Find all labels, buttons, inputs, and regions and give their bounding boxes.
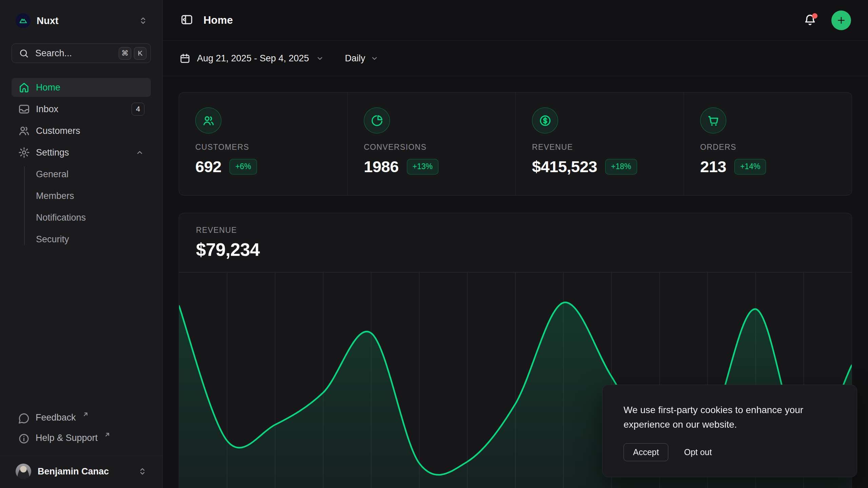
user-name: Benjamin Canac [38,466,109,477]
notifications-button[interactable] [803,13,817,27]
search-icon [19,48,29,59]
stat-conversions[interactable]: CONVERSIONS 1986 +13% [347,93,515,195]
cookie-actions: Accept Opt out [624,443,836,461]
page-title: Home [203,14,233,26]
sidebar-item-label: Customers [36,126,80,136]
stat-revenue[interactable]: REVENUE $415,523 +18% [515,93,684,195]
pie-chart-icon [371,114,383,127]
sidebar-subitem-general[interactable]: General [12,165,151,184]
stat-delta-badge: +6% [230,159,257,175]
help-support-label: Help & Support [36,433,98,443]
gear-icon [18,146,30,159]
chevron-down-icon [370,54,379,63]
user-menu[interactable]: Benjamin Canac [12,456,151,488]
sidebar-item-settings[interactable]: Settings [12,143,151,162]
info-circle-icon [18,433,30,445]
users-icon [18,125,30,137]
external-link-icon [104,431,111,438]
sidebar-subitem-security[interactable]: Security [12,230,151,249]
home-icon [18,81,30,94]
external-link-icon [82,411,89,418]
chevron-down-icon [315,54,324,63]
chat-bubble-icon [18,412,30,424]
top-header: Home [163,0,868,41]
stat-value: $415,523 [532,157,597,176]
stats-summary-card: CUSTOMERS 692 +6% CONVERSIONS 1986 +13% [179,92,852,196]
sidebar-nav: Home Inbox 4 Customers Settings General … [12,78,151,249]
stat-value: 213 [700,157,726,176]
nuxt-logo-icon [16,13,31,28]
revenue-chart-header: REVENUE $79,234 [179,213,852,260]
stat-label: CONVERSIONS [364,143,499,152]
date-range-label: Aug 21, 2025 - Sep 4, 2025 [197,53,309,64]
inbox-icon [18,103,30,115]
sidebar-footer: Feedback Help & Support [12,409,151,456]
stat-icon-circle [364,107,390,134]
stat-delta-badge: +13% [407,159,438,175]
header-actions [803,11,851,30]
plus-icon [836,15,846,25]
feedback-link[interactable]: Feedback [12,409,151,428]
sidebar-item-label: Home [36,82,60,93]
dollar-circle-icon [539,114,552,127]
add-button[interactable] [831,11,851,30]
feedback-label: Feedback [36,412,76,423]
search-shortcut: ⌘ K [119,47,146,60]
stat-delta-badge: +14% [734,159,766,175]
accept-button[interactable]: Accept [624,443,668,461]
stat-icon-circle [195,107,221,134]
users-icon [202,114,215,127]
stat-icon-circle [700,107,726,134]
revenue-chart-value: $79,234 [196,239,835,260]
sidebar-item-inbox[interactable]: Inbox 4 [12,100,151,119]
sidebar: Nuxt Search... ⌘ K Home Inbox 4 [0,0,163,488]
sidebar-item-home[interactable]: Home [12,78,151,97]
stat-value: 1986 [364,157,399,176]
inbox-count-badge: 4 [132,103,144,116]
sidebar-item-label: Settings [36,147,69,158]
chevrons-up-down-icon [138,16,148,26]
chevrons-up-down-icon [137,466,147,476]
settings-subnav: General Members Notifications Security [12,165,151,249]
granularity-label: Daily [345,53,365,64]
cookie-message: We use first-party cookies to enhance yo… [624,403,836,432]
stat-label: REVENUE [532,143,667,152]
workspace-name: Nuxt [37,15,58,26]
kbd-k: K [134,47,146,60]
sidebar-subitem-notifications[interactable]: Notifications [12,208,151,227]
opt-out-button[interactable]: Opt out [684,447,712,457]
granularity-select[interactable]: Daily [345,53,379,64]
filter-toolbar: Aug 21, 2025 - Sep 4, 2025 Daily [163,41,868,76]
stat-delta-badge: +18% [605,159,637,175]
stat-label: ORDERS [700,143,835,152]
revenue-chart-label: REVENUE [196,226,835,235]
calendar-icon [179,53,191,64]
sidebar-item-label: Inbox [36,104,58,115]
stat-label: CUSTOMERS [195,143,331,152]
notification-dot [812,13,817,19]
stat-icon-circle [532,107,558,134]
sidebar-item-customers[interactable]: Customers [12,121,151,140]
sidebar-subitem-members[interactable]: Members [12,186,151,205]
stat-customers[interactable]: CUSTOMERS 692 +6% [179,93,347,195]
stat-orders[interactable]: ORDERS 213 +14% [684,93,852,195]
date-range-button[interactable]: Aug 21, 2025 - Sep 4, 2025 [179,53,324,64]
help-support-link[interactable]: Help & Support [12,429,151,448]
panel-left-icon [180,13,193,26]
chevron-up-icon [135,148,144,157]
avatar [16,464,31,479]
stat-value: 692 [195,157,221,176]
kbd-cmd: ⌘ [119,47,131,60]
cookie-banner: We use first-party cookies to enhance yo… [602,385,857,477]
shopping-cart-icon [707,114,720,127]
collapse-sidebar-button[interactable] [179,13,194,28]
workspace-switcher[interactable]: Nuxt [12,10,151,31]
search-input[interactable]: Search... ⌘ K [12,43,151,63]
search-placeholder: Search... [35,48,72,59]
